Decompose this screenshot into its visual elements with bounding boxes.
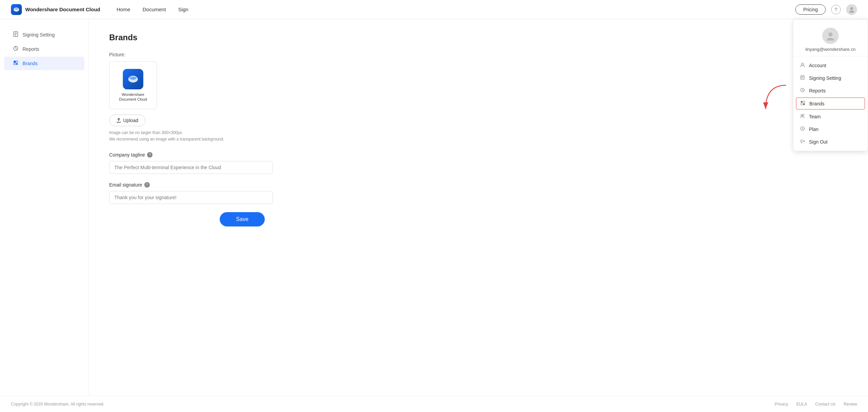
dropdown-signout-icon <box>800 139 806 145</box>
email-signature-help-icon[interactable]: ? <box>144 182 150 188</box>
dropdown-brands-icon <box>800 101 806 106</box>
nav-document[interactable]: Document <box>143 6 166 12</box>
dropdown-plan-label: Plan <box>809 127 819 132</box>
dropdown-brands-label: Brands <box>809 101 824 106</box>
footer-contact[interactable]: Contact Us <box>815 402 835 407</box>
dropdown-item-sign-out[interactable]: Sign Out <box>793 135 868 148</box>
brand-logo-text: WondershareDocument Cloud <box>119 92 147 102</box>
svg-point-2 <box>849 11 854 13</box>
svg-rect-11 <box>16 61 18 62</box>
main-content: Brands Picture: WondershareDocument Clou… <box>89 19 396 396</box>
page-title: Brands <box>109 33 375 42</box>
image-hint-line2: We recommend using an image with a trans… <box>109 136 375 143</box>
upload-button[interactable]: Upload <box>109 115 145 126</box>
svg-point-16 <box>827 38 834 41</box>
sidebar-item-reports[interactable]: Reports <box>4 42 84 56</box>
dropdown-team-label: Team <box>809 114 821 119</box>
upload-label: Upload <box>123 118 138 123</box>
dropdown-signout-label: Sign Out <box>809 139 827 145</box>
dropdown-team-icon <box>800 114 806 119</box>
header: Wondershare Document Cloud Home Document… <box>0 0 868 19</box>
footer-eula[interactable]: EULA <box>796 402 807 407</box>
dropdown-signing-icon <box>800 75 806 81</box>
save-button[interactable]: Save <box>220 212 265 226</box>
footer-review[interactable]: Review <box>844 402 857 407</box>
user-dropdown: linyang@wondershare.cn Account Signing S… <box>793 19 868 151</box>
dropdown-item-brands[interactable]: Brands <box>796 98 865 109</box>
sidebar-reports-label: Reports <box>23 46 39 52</box>
svg-point-29 <box>801 115 803 116</box>
svg-point-17 <box>801 63 804 65</box>
sidebar-item-signing-setting[interactable]: Signing Setting <box>4 28 84 42</box>
dropdown-item-reports[interactable]: Reports <box>793 84 868 97</box>
picture-label: Picture: <box>109 52 375 57</box>
sidebar-signing-setting-label: Signing Setting <box>23 32 55 38</box>
pricing-button[interactable]: Pricing <box>795 4 826 15</box>
svg-rect-12 <box>14 63 15 65</box>
dropdown-avatar <box>822 28 839 44</box>
company-tagline-label: Company tagline ? <box>109 152 375 158</box>
help-icon[interactable]: ? <box>831 5 841 14</box>
company-tagline-input[interactable] <box>109 161 273 174</box>
logo-icon <box>11 4 22 15</box>
dropdown-reports-label: Reports <box>809 88 826 93</box>
svg-rect-10 <box>14 61 16 63</box>
image-hint: Image can be no larger than 300×300px. W… <box>109 130 375 143</box>
sidebar-item-brands[interactable]: Brands <box>4 57 84 70</box>
dropdown-header: linyang@wondershare.cn <box>793 22 868 56</box>
email-signature-section: Email signature ? <box>109 182 375 204</box>
upload-icon <box>116 118 121 123</box>
footer-privacy[interactable]: Privacy <box>775 402 788 407</box>
email-signature-label: Email signature ? <box>109 182 375 188</box>
dropdown-signing-label: Signing Setting <box>809 75 841 81</box>
company-tagline-help-icon[interactable]: ? <box>147 152 153 158</box>
header-right: Pricing ? <box>795 4 857 15</box>
image-hint-line1: Image can be no larger than 300×300px. <box>109 130 375 136</box>
main-nav: Home Document Sign <box>117 6 795 12</box>
svg-point-1 <box>850 7 853 10</box>
dropdown-account-label: Account <box>809 63 826 68</box>
dropdown-item-account[interactable]: Account <box>793 59 868 72</box>
signing-setting-icon <box>12 31 19 38</box>
dropdown-item-plan[interactable]: Plan <box>793 123 868 135</box>
svg-rect-26 <box>803 101 805 103</box>
svg-rect-13 <box>16 63 18 65</box>
sidebar: Signing Setting Reports Bra <box>0 19 89 396</box>
dropdown-plan-icon <box>800 126 806 132</box>
svg-line-24 <box>802 90 804 91</box>
main-layout: Signing Setting Reports Bra <box>0 19 868 396</box>
nav-home[interactable]: Home <box>117 6 130 12</box>
svg-rect-25 <box>801 101 802 103</box>
email-signature-input[interactable] <box>109 191 273 204</box>
svg-rect-27 <box>801 103 802 105</box>
brands-icon <box>12 60 19 67</box>
picture-box: WondershareDocument Cloud <box>109 61 157 109</box>
sidebar-brands-label: Brands <box>23 61 38 66</box>
dropdown-item-team[interactable]: Team <box>793 110 868 123</box>
company-tagline-section: Company tagline ? <box>109 152 375 174</box>
reports-icon <box>12 46 19 53</box>
dropdown-reports-icon <box>800 88 806 93</box>
logo[interactable]: Wondershare Document Cloud <box>11 4 100 15</box>
footer-copyright: Copyright © 2020 Wondershare. All rights… <box>11 402 104 407</box>
svg-line-9 <box>16 48 17 49</box>
svg-point-30 <box>803 114 804 116</box>
svg-rect-28 <box>803 103 805 105</box>
dropdown-item-signing-setting[interactable]: Signing Setting <box>793 72 868 84</box>
brand-logo-icon <box>123 69 143 89</box>
user-avatar[interactable] <box>846 4 857 15</box>
nav-sign[interactable]: Sign <box>178 6 188 12</box>
logo-text: Wondershare Document Cloud <box>25 6 100 12</box>
dropdown-email: linyang@wondershare.cn <box>806 47 856 52</box>
footer: Copyright © 2020 Wondershare. All rights… <box>0 396 868 412</box>
account-icon <box>800 62 806 68</box>
svg-point-15 <box>828 32 833 36</box>
